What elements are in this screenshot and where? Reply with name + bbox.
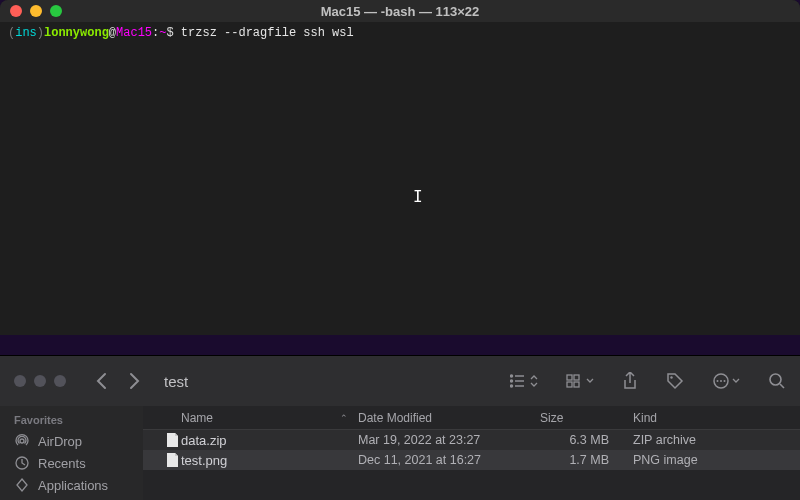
toolbar-actions xyxy=(510,372,786,390)
sidebar-section-header: Favorites xyxy=(0,412,143,430)
tag-button[interactable] xyxy=(666,372,684,390)
minimize-button[interactable] xyxy=(34,375,46,387)
chevron-down-icon xyxy=(586,378,594,384)
file-size: 6.3 MB xyxy=(540,433,633,447)
sort-ascending-icon: ⌃ xyxy=(340,413,348,423)
prompt-line: (ins)lonnywong@Mac15:~$ trzsz --dragfile… xyxy=(8,26,792,40)
file-name: data.zip xyxy=(181,433,358,448)
svg-rect-6 xyxy=(567,375,572,380)
file-kind: PNG image xyxy=(633,453,800,467)
file-date: Mar 19, 2022 at 23:27 xyxy=(358,433,540,447)
maximize-button[interactable] xyxy=(54,375,66,387)
search-button[interactable] xyxy=(768,372,786,390)
group-button[interactable] xyxy=(566,374,594,388)
close-button[interactable] xyxy=(14,375,26,387)
share-button[interactable] xyxy=(622,372,638,390)
chevron-down-icon xyxy=(732,378,740,384)
svg-point-17 xyxy=(20,439,24,443)
column-header-name[interactable]: Name ⌃ xyxy=(181,411,358,425)
file-list: data.zip Mar 19, 2022 at 23:27 6.3 MB ZI… xyxy=(143,430,800,500)
sidebar-item-airdrop[interactable]: AirDrop xyxy=(0,430,143,452)
folder-title: test xyxy=(164,373,500,390)
applications-icon xyxy=(14,477,30,493)
finder-sidebar: Favorites AirDrop Recents Applications xyxy=(0,406,143,500)
column-headers: Name ⌃ Date Modified Size Kind xyxy=(143,406,800,430)
file-row[interactable]: test.png Dec 11, 2021 at 16:27 1.7 MB PN… xyxy=(143,450,800,470)
svg-point-15 xyxy=(770,374,781,385)
svg-point-12 xyxy=(717,380,719,382)
svg-point-10 xyxy=(670,376,672,378)
action-button[interactable] xyxy=(712,372,740,390)
sidebar-item-label: Applications xyxy=(38,478,108,493)
back-button[interactable] xyxy=(96,372,107,390)
close-button[interactable] xyxy=(10,5,22,17)
svg-line-16 xyxy=(780,384,784,388)
file-row[interactable]: data.zip Mar 19, 2022 at 23:27 6.3 MB ZI… xyxy=(143,430,800,450)
sidebar-item-applications[interactable]: Applications xyxy=(0,474,143,496)
column-header-date[interactable]: Date Modified xyxy=(358,411,540,425)
file-name: test.png xyxy=(181,453,358,468)
svg-point-14 xyxy=(724,380,726,382)
view-list-button[interactable] xyxy=(510,374,538,388)
forward-button[interactable] xyxy=(129,372,140,390)
svg-point-3 xyxy=(511,375,513,377)
svg-rect-7 xyxy=(574,375,579,380)
finder-toolbar: test xyxy=(0,356,800,406)
terminal-window: Mac15 — -bash — 113×22 (ins)lonnywong@Ma… xyxy=(0,0,800,335)
airdrop-icon xyxy=(14,433,30,449)
file-kind: ZIP archive xyxy=(633,433,800,447)
sidebar-item-label: Recents xyxy=(38,456,86,471)
finder-content: Name ⌃ Date Modified Size Kind data.zip … xyxy=(143,406,800,500)
terminal-title: Mac15 — -bash — 113×22 xyxy=(0,4,800,19)
text-cursor-icon: 𝙸 xyxy=(413,187,423,207)
traffic-lights xyxy=(10,5,62,17)
terminal-titlebar[interactable]: Mac15 — -bash — 113×22 xyxy=(0,0,800,22)
file-icon xyxy=(163,453,181,468)
column-header-kind[interactable]: Kind xyxy=(633,411,800,425)
nav-arrows xyxy=(96,372,140,390)
sidebar-item-label: AirDrop xyxy=(38,434,82,449)
minimize-button[interactable] xyxy=(30,5,42,17)
terminal-body[interactable]: (ins)lonnywong@Mac15:~$ trzsz --dragfile… xyxy=(0,22,800,335)
svg-rect-8 xyxy=(567,382,572,387)
svg-point-5 xyxy=(511,385,513,387)
finder-window: test xyxy=(0,355,800,500)
traffic-lights xyxy=(14,375,66,387)
svg-rect-9 xyxy=(574,382,579,387)
file-size: 1.7 MB xyxy=(540,453,633,467)
svg-point-13 xyxy=(720,380,722,382)
sidebar-item-recents[interactable]: Recents xyxy=(0,452,143,474)
svg-point-4 xyxy=(511,380,513,382)
file-date: Dec 11, 2021 at 16:27 xyxy=(358,453,540,467)
chevron-updown-icon xyxy=(530,375,538,387)
file-icon xyxy=(163,433,181,448)
column-header-size[interactable]: Size xyxy=(540,411,633,425)
finder-main: Favorites AirDrop Recents Applications xyxy=(0,406,800,500)
maximize-button[interactable] xyxy=(50,5,62,17)
recents-icon xyxy=(14,455,30,471)
